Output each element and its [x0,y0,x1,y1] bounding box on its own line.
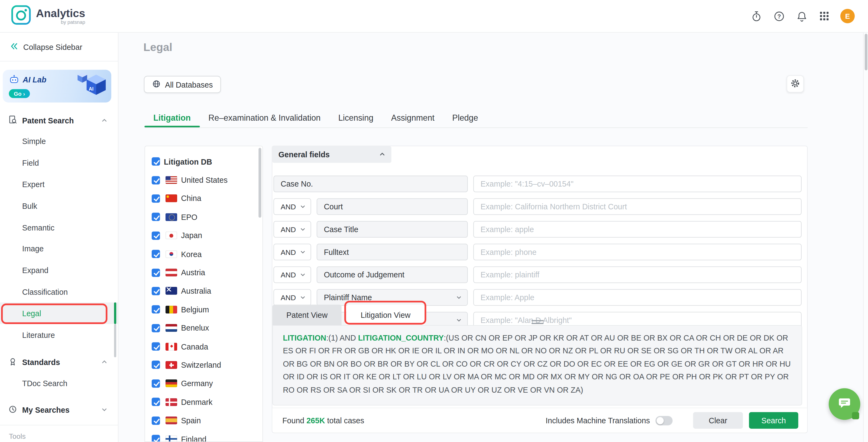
country-row[interactable]: United States [145,171,262,189]
collapse-sidebar-button[interactable]: Collapse Sidebar [0,33,118,62]
country-checkbox[interactable] [152,435,160,442]
sidebar-nav-item[interactable]: Field [0,152,118,174]
country-checkbox[interactable] [152,287,160,295]
country-panel-scrollbar[interactable] [258,148,261,217]
page-scrollbar-thumb[interactable] [865,34,867,70]
country-checkbox[interactable] [152,305,160,314]
country-checkbox[interactable] [152,361,160,369]
tab[interactable]: Litigation [145,108,199,127]
ai-lab-banner[interactable]: AI Lab Go › AI [3,70,111,102]
country-row[interactable]: EPO [145,208,262,226]
sidebar-scrollbar[interactable] [114,324,116,357]
operator-select[interactable]: AND [273,266,311,283]
globe-icon [152,80,161,89]
sidebar-section-patent-search[interactable]: Patent Search [0,110,118,131]
sidebar-nav-item[interactable]: Expert [0,174,118,195]
sidebar-nav-item[interactable]: Expand [0,260,118,281]
field-name-box[interactable]: Case No. [273,176,468,192]
ai-cubes-illustration: AI [76,71,109,100]
operator-select[interactable]: AND [273,221,311,238]
general-fields-header[interactable]: General fields [272,146,391,163]
operator-select[interactable]: AND [273,198,311,215]
machine-translations-toggle[interactable] [655,416,673,425]
settings-gear-button[interactable] [787,76,804,92]
field-name-box[interactable]: Plaintiff Name [317,289,468,305]
country-checkbox[interactable] [152,324,160,332]
country-row[interactable]: Korea [145,245,262,263]
sidebar-nav-item[interactable]: Literature [0,324,118,346]
sidebar-nav-item[interactable]: Bulk [0,195,118,217]
country-row[interactable]: Belgium [145,300,262,319]
collapse-section-chevron-up-icon[interactable] [379,150,385,159]
country-row[interactable]: Spain [145,411,262,430]
field-name-box[interactable]: Outcome of Judgement [317,266,468,283]
clear-button[interactable]: Clear [693,412,743,429]
sidebar-nav-item[interactable]: Classification [0,281,118,303]
sidebar-nav-item[interactable]: TDoc Search [0,373,118,394]
field-name-box[interactable]: Fulltext [317,244,468,260]
search-panel-footer: Found 265K total cases Includes Machine … [272,408,807,433]
sidebar: Collapse Sidebar AI Lab Go › [0,33,118,442]
ai-lab-go-button[interactable]: Go › [9,89,30,98]
field-value-input[interactable] [473,198,802,215]
country-checkbox[interactable] [152,343,160,351]
search-button[interactable]: Search [749,412,798,429]
country-row[interactable]: Canada [145,337,262,356]
country-checkbox[interactable] [152,379,160,388]
country-checkbox[interactable] [152,250,160,258]
country-row[interactable]: Finland [145,430,262,442]
tab[interactable]: Licensing [330,108,382,127]
field-name-box[interactable]: Court [317,198,468,215]
country-row[interactable]: Denmark [145,393,262,411]
country-checkbox[interactable] [152,268,160,277]
sidebar-nav-item[interactable]: Image [0,238,118,260]
country-row[interactable]: Austria [145,263,262,282]
country-row[interactable]: China [145,189,262,208]
country-checkbox[interactable] [152,176,160,184]
field-name-box[interactable]: Case Title [317,221,468,238]
country-checkbox[interactable] [152,213,160,221]
preview-tab[interactable]: Litigation View [346,304,425,325]
chat-launcher-button[interactable] [829,388,860,420]
chevron-down-icon [300,248,306,256]
sidebar-nav-item[interactable]: Simple [0,131,118,152]
notifications-bell-icon[interactable] [795,9,808,23]
tab[interactable]: Pledge [443,108,487,127]
apps-grid-icon[interactable] [817,9,831,23]
field-value-input[interactable] [473,221,802,238]
page-scrollbar[interactable] [863,33,868,442]
country-row[interactable]: Japan [145,227,262,245]
country-row[interactable]: Benelux [145,319,262,337]
preview-tab[interactable]: Patent View [272,304,341,325]
country-row[interactable]: Litigation DB [145,152,262,171]
sidebar-nav-item[interactable]: Semantic [0,217,118,238]
country-checkbox[interactable] [152,398,160,406]
history-timer-icon[interactable] [750,9,763,23]
country-checkbox[interactable] [152,231,160,240]
sidebar-section-standards[interactable]: Standards [0,352,118,373]
country-row[interactable]: Switzerland [145,356,262,374]
country-checkbox[interactable] [152,416,160,425]
brand: Analytics by patsnap [11,5,85,27]
country-label: Switzerland [181,361,221,370]
sidebar-nav-item[interactable]: Legal [0,303,118,324]
sidebar-section-my-searches[interactable]: My Searches [0,400,118,420]
country-checkbox[interactable] [152,157,160,166]
section-label: Standards [22,358,60,367]
tab[interactable]: Assignment [382,108,443,127]
country-row[interactable]: Australia [145,282,262,300]
country-row[interactable]: Germany [145,374,262,393]
machine-translations-label: Includes Machine Translations [546,416,650,425]
field-value-input[interactable] [473,289,802,305]
field-value-input[interactable] [473,244,802,260]
user-avatar[interactable]: E [840,9,855,23]
help-icon[interactable]: ? [772,9,786,23]
tab[interactable]: Re–examination & Invalidation [200,108,330,127]
drag-handle[interactable] [529,320,545,328]
operator-select[interactable]: AND [273,289,311,305]
field-value-input[interactable] [473,266,802,283]
field-value-input[interactable] [473,176,802,192]
country-checkbox[interactable] [152,195,160,203]
operator-select[interactable]: AND [273,244,311,260]
all-databases-button[interactable]: All Databases [144,76,221,93]
